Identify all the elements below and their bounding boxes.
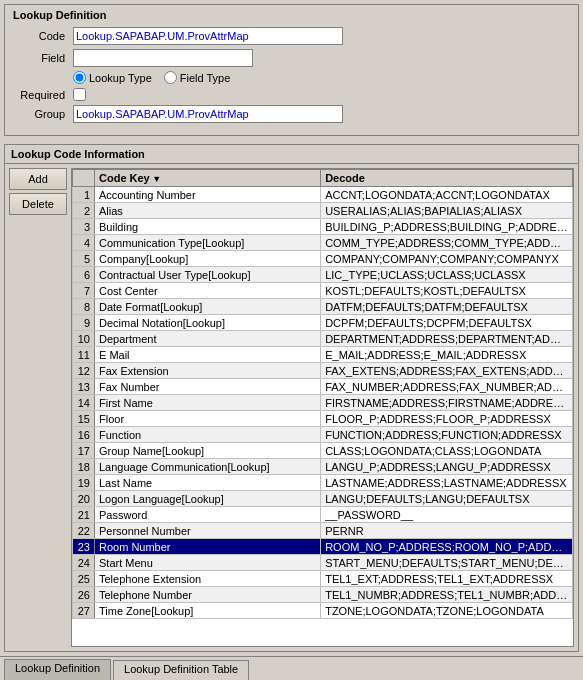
- table-row[interactable]: 16FunctionFUNCTION;ADDRESS;FUNCTION;ADDR…: [73, 427, 573, 443]
- cell-decode: DEPARTMENT;ADDRESS;DEPARTMENT;ADDRESSX: [321, 331, 573, 347]
- cell-decode: PERNR: [321, 523, 573, 539]
- cell-decode: E_MAIL;ADDRESS;E_MAIL;ADDRESSX: [321, 347, 573, 363]
- action-buttons: Add Delete: [5, 164, 71, 651]
- table-row[interactable]: 8Date Format[Lookup]DATFM;DEFAULTS;DATFM…: [73, 299, 573, 315]
- cell-decode: __PASSWORD__: [321, 507, 573, 523]
- table-row[interactable]: 27Time Zone[Lookup]TZONE;LOGONDATA;TZONE…: [73, 603, 573, 619]
- cell-num: 15: [73, 411, 95, 427]
- table-row[interactable]: 7Cost CenterKOSTL;DEFAULTS;KOSTL;DEFAULT…: [73, 283, 573, 299]
- cell-decode: LANGU;DEFAULTS;LANGU;DEFAULTSX: [321, 491, 573, 507]
- table-row[interactable]: 14First NameFIRSTNAME;ADDRESS;FIRSTNAME;…: [73, 395, 573, 411]
- lookup-code-title: Lookup Code Information: [5, 145, 578, 164]
- table-row[interactable]: 26Telephone NumberTEL1_NUMBR;ADDRESS;TEL…: [73, 587, 573, 603]
- field-type-radio[interactable]: [164, 71, 177, 84]
- cell-num: 16: [73, 427, 95, 443]
- cell-decode: DATFM;DEFAULTS;DATFM;DEFAULTSX: [321, 299, 573, 315]
- cell-num: 22: [73, 523, 95, 539]
- cell-num: 1: [73, 187, 95, 203]
- table-row[interactable]: 5Company[Lookup]COMPANY;COMPANY;COMPANY;…: [73, 251, 573, 267]
- cell-codekey: First Name: [95, 395, 321, 411]
- col-header-codekey[interactable]: Code Key: [95, 170, 321, 187]
- tab-lookup-definition-table[interactable]: Lookup Definition Table: [113, 660, 249, 680]
- cell-codekey: Personnel Number: [95, 523, 321, 539]
- cell-codekey: Date Format[Lookup]: [95, 299, 321, 315]
- group-input[interactable]: [73, 105, 343, 123]
- cell-num: 3: [73, 219, 95, 235]
- add-button[interactable]: Add: [9, 168, 67, 190]
- table-row[interactable]: 24Start MenuSTART_MENU;DEFAULTS;START_ME…: [73, 555, 573, 571]
- table-row[interactable]: 22Personnel NumberPERNR: [73, 523, 573, 539]
- cell-decode: ROOM_NO_P;ADDRESS;ROOM_NO_P;ADDRESSX: [321, 539, 573, 555]
- type-row: Lookup Type Field Type: [13, 71, 570, 84]
- table-row[interactable]: 25Telephone ExtensionTEL1_EXT;ADDRESS;TE…: [73, 571, 573, 587]
- cell-num: 2: [73, 203, 95, 219]
- tab-lookup-definition[interactable]: Lookup Definition: [4, 659, 111, 680]
- cell-codekey: Fax Extension: [95, 363, 321, 379]
- table-row[interactable]: 23Room NumberROOM_NO_P;ADDRESS;ROOM_NO_P…: [73, 539, 573, 555]
- table-row[interactable]: 21Password__PASSWORD__: [73, 507, 573, 523]
- cell-codekey: Cost Center: [95, 283, 321, 299]
- cell-decode: TEL1_NUMBR;ADDRESS;TEL1_NUMBR;ADDRESSX: [321, 587, 573, 603]
- table-row[interactable]: 2AliasUSERALIAS;ALIAS;BAPIALIAS;ALIASX: [73, 203, 573, 219]
- cell-num: 8: [73, 299, 95, 315]
- cell-num: 13: [73, 379, 95, 395]
- table-row[interactable]: 11E MailE_MAIL;ADDRESS;E_MAIL;ADDRESSX: [73, 347, 573, 363]
- table-row[interactable]: 13Fax NumberFAX_NUMBER;ADDRESS;FAX_NUMBE…: [73, 379, 573, 395]
- cell-decode: LIC_TYPE;UCLASS;UCLASS;UCLASSX: [321, 267, 573, 283]
- table-row[interactable]: 4Communication Type[Lookup]COMM_TYPE;ADD…: [73, 235, 573, 251]
- cell-codekey: Start Menu: [95, 555, 321, 571]
- delete-button[interactable]: Delete: [9, 193, 67, 215]
- cell-codekey: Logon Language[Lookup]: [95, 491, 321, 507]
- required-checkbox[interactable]: [73, 88, 86, 101]
- cell-num: 20: [73, 491, 95, 507]
- main-container: Lookup Definition Code Field Lookup Type…: [0, 0, 583, 680]
- table-row[interactable]: 20Logon Language[Lookup]LANGU;DEFAULTS;L…: [73, 491, 573, 507]
- data-table: Code Key Decode 1Accounting NumberACCNT;…: [72, 169, 573, 619]
- cell-decode: BUILDING_P;ADDRESS;BUILDING_P;ADDRESSX: [321, 219, 573, 235]
- data-table-container[interactable]: Code Key Decode 1Accounting NumberACCNT;…: [71, 168, 574, 647]
- required-label: Required: [13, 89, 73, 101]
- col-header-decode: Decode: [321, 170, 573, 187]
- cell-num: 7: [73, 283, 95, 299]
- code-row: Code: [13, 27, 570, 45]
- required-row: Required: [13, 88, 570, 101]
- cell-decode: CLASS;LOGONDATA;CLASS;LOGONDATA: [321, 443, 573, 459]
- table-row[interactable]: 10DepartmentDEPARTMENT;ADDRESS;DEPARTMEN…: [73, 331, 573, 347]
- cell-codekey: Decimal Notation[Lookup]: [95, 315, 321, 331]
- cell-codekey: Telephone Number: [95, 587, 321, 603]
- table-row[interactable]: 9Decimal Notation[Lookup]DCPFM;DEFAULTS;…: [73, 315, 573, 331]
- cell-codekey: Group Name[Lookup]: [95, 443, 321, 459]
- field-type-label: Field Type: [180, 72, 231, 84]
- cell-decode: LASTNAME;ADDRESS;LASTNAME;ADDRESSX: [321, 475, 573, 491]
- code-input[interactable]: [73, 27, 343, 45]
- table-row[interactable]: 1Accounting NumberACCNT;LOGONDATA;ACCNT;…: [73, 187, 573, 203]
- field-type-option[interactable]: Field Type: [164, 71, 231, 84]
- table-header-row: Code Key Decode: [73, 170, 573, 187]
- lookup-type-option[interactable]: Lookup Type: [73, 71, 152, 84]
- table-row[interactable]: 6Contractual User Type[Lookup]LIC_TYPE;U…: [73, 267, 573, 283]
- cell-decode: USERALIAS;ALIAS;BAPIALIAS;ALIASX: [321, 203, 573, 219]
- table-row[interactable]: 15FloorFLOOR_P;ADDRESS;FLOOR_P;ADDRESSX: [73, 411, 573, 427]
- cell-decode: COMPANY;COMPANY;COMPANY;COMPANYX: [321, 251, 573, 267]
- lookup-type-radio[interactable]: [73, 71, 86, 84]
- cell-decode: TZONE;LOGONDATA;TZONE;LOGONDATA: [321, 603, 573, 619]
- cell-codekey: Alias: [95, 203, 321, 219]
- lookup-definition-section: Lookup Definition Code Field Lookup Type…: [4, 4, 579, 136]
- cell-codekey: Contractual User Type[Lookup]: [95, 267, 321, 283]
- table-row[interactable]: 12Fax ExtensionFAX_EXTENS;ADDRESS;FAX_EX…: [73, 363, 573, 379]
- cell-decode: FLOOR_P;ADDRESS;FLOOR_P;ADDRESSX: [321, 411, 573, 427]
- cell-num: 18: [73, 459, 95, 475]
- col-header-num: [73, 170, 95, 187]
- table-row[interactable]: 19Last NameLASTNAME;ADDRESS;LASTNAME;ADD…: [73, 475, 573, 491]
- cell-decode: ACCNT;LOGONDATA;ACCNT;LOGONDATAX: [321, 187, 573, 203]
- table-row[interactable]: 17Group Name[Lookup]CLASS;LOGONDATA;CLAS…: [73, 443, 573, 459]
- table-row[interactable]: 3BuildingBUILDING_P;ADDRESS;BUILDING_P;A…: [73, 219, 573, 235]
- cell-decode: TEL1_EXT;ADDRESS;TEL1_EXT;ADDRESSX: [321, 571, 573, 587]
- bottom-tabs: Lookup Definition Lookup Definition Tabl…: [0, 656, 583, 680]
- table-row[interactable]: 18Language Communication[Lookup]LANGU_P;…: [73, 459, 573, 475]
- cell-codekey: Room Number: [95, 539, 321, 555]
- cell-codekey: Accounting Number: [95, 187, 321, 203]
- lookup-definition-title: Lookup Definition: [13, 9, 570, 21]
- cell-codekey: Last Name: [95, 475, 321, 491]
- field-input[interactable]: [73, 49, 253, 67]
